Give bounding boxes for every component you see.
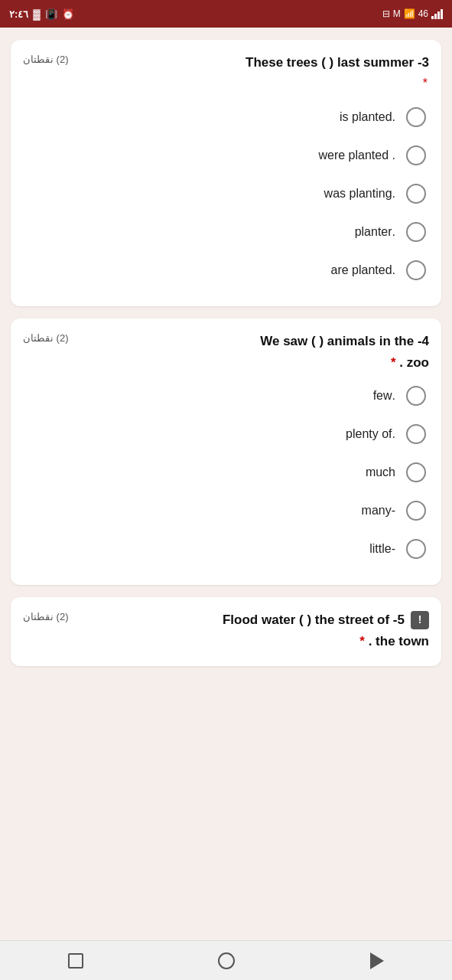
option-q4-3[interactable]: much [23,453,429,492]
nav-triangle-icon [370,952,384,969]
option-label-q3-2: . were planted [318,149,395,162]
option-q3-5[interactable]: .are planted [23,251,429,289]
option-label-q4-4: -many [362,504,395,518]
question-header-4: (2) نقطتان We saw ( ) animals in the -4 [23,332,429,351]
question-card-3: (2) نقطتان These trees ( ) last summer -… [11,40,441,306]
question-subtext-5: * . the town [23,634,429,649]
bottom-nav [0,940,452,980]
signal-strength: 46 [418,8,428,19]
option-q3-2[interactable]: . were planted [23,136,429,175]
radio-q4-5[interactable] [406,539,426,559]
status-right: ⊟ M 📶 46 [382,8,443,19]
question-text-3: These trees ( ) last summer -3 [75,54,429,72]
option-q3-4[interactable]: .planter [23,213,429,251]
radio-q4-3[interactable] [406,462,426,482]
sim-icon: ⊟ [382,8,390,19]
vibrate-icon: 📳 [45,8,57,20]
nav-circle-icon [218,952,235,969]
wifi-icon: 📶 [404,8,415,19]
alert-icon-5: ! [411,611,429,629]
option-q4-2[interactable]: .plenty of [23,415,429,453]
question-text-5: Flood water ( ) the street of -5 ! [75,611,429,629]
question-header-3: (2) نقطتان These trees ( ) last summer -… [23,54,429,72]
question-header-5: (2) نقطتان Flood water ( ) the street of… [23,611,429,629]
time-display: ٢:٤٦ [9,8,28,20]
option-label-q3-4: .planter [355,225,395,239]
battery-icon: ▓ [33,8,40,20]
options-list-4: .few .plenty of much -many -little [23,377,429,568]
nav-square-button[interactable] [60,946,91,976]
radio-q4-1[interactable] [406,386,426,406]
option-q4-4[interactable]: -many [23,492,429,530]
points-label-4: (2) نقطتان [23,332,69,344]
points-label-5: (2) نقطتان [23,611,69,622]
question-subtext-4: * . zoo [23,355,429,371]
question-card-4: (2) نقطتان We saw ( ) animals in the -4 … [11,318,441,585]
option-label-q4-5: -little [369,542,395,556]
radio-q3-4[interactable] [406,222,426,242]
status-bar: ٢:٤٦ ▓ 📳 ⏰ ⊟ M 📶 46 [0,0,452,28]
options-list-3: .is planted . were planted .was planting… [23,98,429,289]
email-icon: M [393,8,401,19]
signal-bars [431,8,443,19]
radio-q3-5[interactable] [406,260,426,280]
option-label-q3-5: .are planted [330,263,395,277]
nav-circle-button[interactable] [211,946,242,976]
option-label-q4-1: .few [373,389,395,403]
nav-triangle-button[interactable] [362,946,392,976]
question-card-5: (2) نقطتان Flood water ( ) the street of… [11,597,441,666]
option-q3-3[interactable]: .was planting [23,175,429,213]
radio-q4-2[interactable] [406,424,426,444]
option-label-q4-3: much [366,466,395,479]
status-left: ٢:٤٦ ▓ 📳 ⏰ [9,8,74,20]
question-text-4: We saw ( ) animals in the -4 [75,332,429,351]
main-content: (2) نقطتان These trees ( ) last summer -… [0,28,452,940]
points-label-3: (2) نقطتان [23,54,69,65]
radio-q4-4[interactable] [406,501,426,521]
required-star-3: * [23,77,429,90]
option-label-q4-2: .plenty of [346,427,395,441]
radio-q3-3[interactable] [406,184,426,204]
radio-q3-1[interactable] [406,107,426,127]
nav-square-icon [68,953,83,969]
alarm-icon: ⏰ [62,8,74,20]
option-label-q3-1: .is planted [340,110,395,124]
option-label-q3-3: .was planting [324,187,395,201]
radio-q3-2[interactable] [406,145,426,165]
option-q3-1[interactable]: .is planted [23,98,429,136]
option-q4-1[interactable]: .few [23,377,429,415]
option-q4-5[interactable]: -little [23,530,429,568]
